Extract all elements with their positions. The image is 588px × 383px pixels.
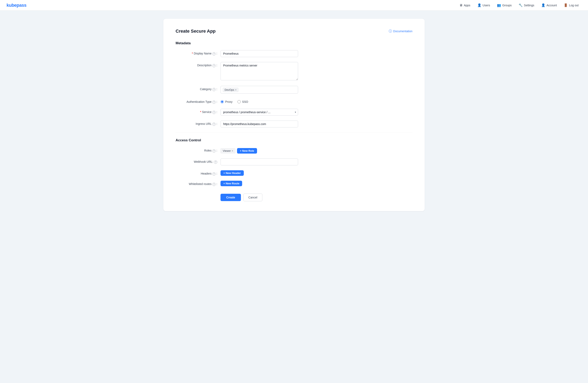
display-name-label-text: Display Name [194,52,211,55]
display-name-help-icon[interactable]: ? [212,52,216,56]
category-label: Category ?: [176,86,220,91]
webhook-url-label-text: Webhook URL: [194,160,213,163]
auth-type-label: Authentication Type ?: [176,98,220,104]
headers-help-icon[interactable]: ? [212,172,216,176]
description-textarea[interactable]: Prometheus metrics server [220,62,298,80]
question-circle-icon: ⓘ [389,29,392,34]
settings-icon: 🔧 [519,3,523,7]
new-route-button[interactable]: + New Route [220,181,242,186]
description-help-icon[interactable]: ? [212,64,216,67]
category-tag-input[interactable]: DevOps × [220,86,298,94]
headers-label-text: Headers [201,172,211,175]
auth-type-proxy-radio[interactable] [220,100,224,103]
logo-black: kube [6,3,17,8]
whitelisted-routes-label-text: Whitelisted routes [189,182,211,186]
create-button[interactable]: Create [220,194,241,201]
headers-control: + New Header [220,170,298,176]
auth-type-proxy[interactable]: Proxy [220,100,232,103]
cancel-button[interactable]: Cancel [243,193,263,201]
display-name-input[interactable] [220,50,298,57]
service-select-wrapper: prometheus / prometheus-service / ... ▾ [220,109,298,116]
headers-label: Headers ?: [176,170,220,176]
groups-icon: 👥 [497,3,501,7]
service-required: * [200,110,201,114]
logo: kubepass [6,3,26,8]
nav-settings[interactable]: 🔧 Settings [516,2,537,8]
section-divider [176,132,412,133]
ingress-url-label-text: Ingress URL [196,122,211,125]
whitelisted-routes-help-icon[interactable]: ? [212,183,216,186]
auth-type-sso-label: SSO [242,100,248,103]
whitelisted-routes-control: + New Route [220,181,298,186]
metadata-section-title: Metadata [176,41,412,45]
service-label-text: Service [202,110,211,114]
roles-value-area: Viewer × + New Role [220,147,298,153]
display-name-required: * [192,52,193,55]
category-help-icon[interactable]: ? [212,88,216,91]
auth-type-radio-group: Proxy SSO [220,98,298,103]
ingress-url-group: Ingress URL ?: [176,120,412,128]
auth-type-sso-radio[interactable] [237,100,241,103]
navbar: kubepass 🖥 Apps 👤 Users 👥 Groups 🔧 Setti… [0,0,588,11]
service-control: prometheus / prometheus-service / ... ▾ [220,109,298,116]
nav-links: 🖥 Apps 👤 Users 👥 Groups 🔧 Settings 👤 Acc… [457,2,582,8]
ingress-url-control [220,120,298,128]
whitelisted-routes-label: Whitelisted routes ?: [176,181,220,186]
nav-apps-label: Apps [464,4,470,7]
ingress-url-label: Ingress URL ?: [176,120,220,126]
whitelisted-routes-group: Whitelisted routes ?: + New Route [176,181,412,186]
roles-label: Roles ?: [176,147,220,153]
webhook-url-control [220,158,298,165]
nav-groups[interactable]: 👥 Groups [494,2,514,8]
description-control: Prometheus metrics server [220,62,298,81]
description-label-text: Description [197,64,211,67]
ingress-url-input[interactable] [220,120,298,128]
service-select[interactable]: prometheus / prometheus-service / ... [220,109,298,116]
logo-blue: pass [17,3,26,8]
nav-users[interactable]: 👤 Users [475,2,493,8]
category-control: DevOps × [220,86,298,94]
nav-users-label: Users [483,4,490,7]
display-name-control [220,50,298,57]
webhook-url-input[interactable] [220,158,298,165]
category-tag-remove[interactable]: × [235,89,237,91]
nav-account[interactable]: 👤 Account [538,2,560,8]
new-role-button[interactable]: + New Role [237,148,257,153]
main-card: Create Secure App ⓘ Documentation Metada… [163,19,425,211]
roles-help-icon[interactable]: ? [212,149,216,153]
nav-logout[interactable]: 🚪 Log out [561,2,582,8]
auth-type-proxy-label: Proxy [225,100,232,103]
auth-type-group: Authentication Type ?: Proxy SSO [176,98,412,104]
category-tag-text: DevOps [225,88,234,91]
auth-type-help-icon[interactable]: ? [212,100,216,104]
auth-type-control: Proxy SSO [220,98,298,103]
service-help-icon[interactable]: ? [212,111,216,114]
service-group: * Service ?: prometheus / prometheus-ser… [176,109,412,116]
webhook-url-group: Webhook URL: ? [176,158,412,165]
ingress-url-help-icon[interactable]: ? [212,123,216,126]
account-icon: 👤 [541,3,545,7]
card-header: Create Secure App ⓘ Documentation [176,29,412,34]
page-wrapper: Create Secure App ⓘ Documentation Metada… [151,11,437,219]
headers-group: Headers ?: + New Header [176,170,412,176]
roles-control: Viewer × + New Role [220,147,298,153]
webhook-url-help-icon[interactable]: ? [214,160,217,164]
nav-apps[interactable]: 🖥 Apps [457,2,473,8]
category-group: Category ?: DevOps × [176,86,412,94]
metadata-section: Metadata * Display Name ?: Description ?… [176,41,412,128]
nav-account-label: Account [546,4,557,7]
auth-type-sso[interactable]: SSO [237,100,248,103]
nav-settings-label: Settings [524,4,534,7]
nav-groups-label: Groups [502,4,512,7]
webhook-url-label: Webhook URL: ? [176,158,220,164]
access-control-title: Access Control [176,138,412,142]
role-tag-text: Viewer [223,149,231,152]
documentation-link[interactable]: ⓘ Documentation [389,29,412,34]
role-tag-viewer-remove[interactable]: × [232,150,233,152]
display-name-label: * Display Name ?: [176,50,220,56]
roles-label-text: Roles [204,149,211,152]
description-label: Description ?: [176,62,220,67]
access-control-section: Access Control Roles ?: Viewer × + New R… [176,138,412,186]
logout-icon: 🚪 [564,3,568,7]
new-header-button[interactable]: + New Header [220,170,244,176]
